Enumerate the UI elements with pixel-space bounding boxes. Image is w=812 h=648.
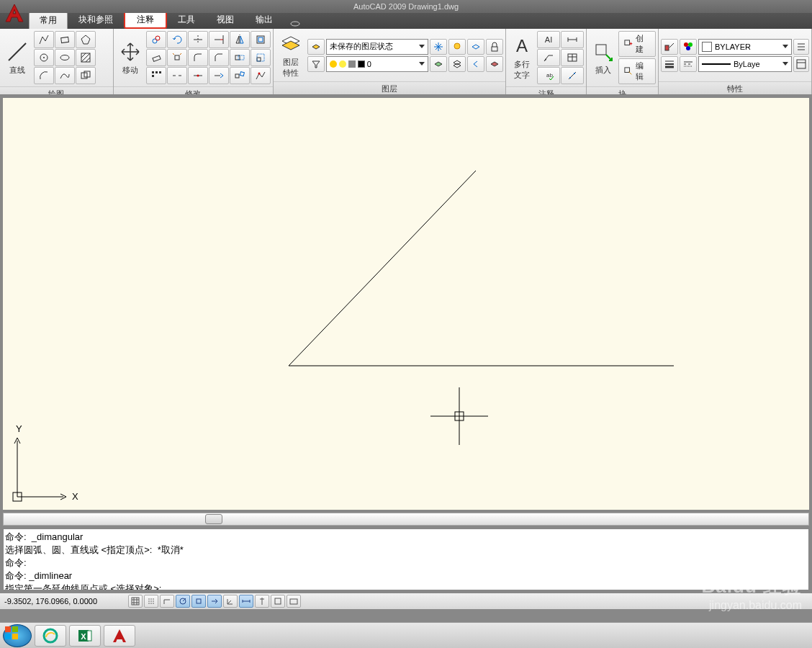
dyn-toggle[interactable]	[239, 595, 253, 608]
svg-point-0	[291, 22, 299, 26]
fillet-button[interactable]	[188, 49, 208, 66]
polyline-button[interactable]	[34, 31, 54, 48]
polygon-button[interactable]	[76, 31, 96, 48]
lineweight-button[interactable]	[661, 56, 678, 72]
scrollbar-thumb[interactable]	[205, 514, 222, 524]
svg-text:X: X	[81, 632, 86, 641]
layer-match-button[interactable]	[448, 56, 466, 72]
qat-redo-icon[interactable]	[101, 1, 114, 12]
qat-undo-icon[interactable]	[86, 1, 99, 12]
trim-button[interactable]	[188, 31, 208, 48]
layer-dropdown[interactable]: 0	[326, 56, 428, 72]
polar-toggle[interactable]	[176, 595, 190, 608]
stretch-button[interactable]	[230, 49, 250, 66]
command-window[interactable]: 命令: _dimangular 选择圆弧、圆、直线或 <指定顶点>: *取消* …	[3, 528, 809, 590]
drawing-canvas[interactable]: Y X	[3, 98, 809, 510]
layer-freeze-button[interactable]	[430, 39, 447, 55]
taskbar-excel-button[interactable]: X	[69, 625, 101, 647]
tab-home[interactable]: 常用	[29, 12, 68, 29]
layer-uniso-button[interactable]	[486, 56, 503, 72]
create-block-button[interactable]: 创建	[618, 31, 656, 57]
linear-dim-button[interactable]	[561, 31, 584, 48]
rotate-button[interactable]	[167, 31, 187, 48]
taskbar-ie-button[interactable]	[35, 625, 66, 647]
chamfer-button[interactable]	[209, 49, 229, 66]
tab-overflow-icon[interactable]	[288, 19, 302, 29]
svg-line-74	[289, 171, 476, 366]
layer-states-button[interactable]	[307, 39, 325, 55]
ribbon: 直线 绘图 移动	[0, 29, 812, 95]
properties-palette-button[interactable]	[680, 39, 697, 55]
layer-iso-button[interactable]	[467, 39, 484, 55]
hatch-button[interactable]	[76, 49, 96, 66]
erase-button[interactable]	[146, 49, 166, 66]
properties-dialog-button[interactable]	[793, 56, 809, 72]
break-button[interactable]	[167, 67, 187, 84]
ducs-toggle[interactable]	[223, 595, 238, 608]
tab-output[interactable]: 输出	[245, 11, 284, 29]
layer-properties-button[interactable]: 图层 特性	[276, 32, 306, 79]
scale-button[interactable]	[251, 49, 271, 66]
table-button[interactable]	[561, 49, 584, 66]
qat-print-icon[interactable]	[72, 1, 85, 12]
tab-view[interactable]: 视图	[206, 11, 245, 29]
line-button[interactable]: 直线	[2, 34, 32, 81]
tab-tools[interactable]: 工具	[167, 11, 206, 29]
list-button[interactable]	[793, 39, 809, 55]
arc-button[interactable]	[34, 67, 54, 84]
leader-button[interactable]	[537, 49, 560, 66]
grid-toggle[interactable]	[144, 595, 158, 608]
tab-annotate[interactable]: 注释	[124, 11, 167, 29]
edit-block-button[interactable]: 编辑	[618, 58, 656, 84]
layer-previous-button[interactable]	[467, 56, 484, 72]
edit-polyline-button[interactable]	[251, 67, 271, 84]
extend-button[interactable]	[209, 31, 229, 48]
array-button[interactable]	[146, 67, 166, 84]
qat-save-icon[interactable]	[58, 1, 71, 12]
spline-button[interactable]	[55, 67, 75, 84]
explode-button[interactable]	[167, 49, 187, 66]
chevron-down-icon	[419, 45, 425, 48]
copy-button[interactable]	[146, 31, 166, 48]
panel-layer: 图层 特性 未保存的图层状态	[274, 29, 506, 94]
autocad-logo-icon[interactable]	[3, 1, 26, 24]
layer-off-button[interactable]	[448, 39, 466, 55]
qp-toggle[interactable]	[271, 595, 285, 608]
linetype-button[interactable]	[680, 56, 697, 72]
align-button[interactable]	[230, 67, 250, 84]
linetype-dropdown[interactable]: ByLaye	[698, 56, 792, 72]
layer-filter-button[interactable]	[307, 56, 325, 72]
mtext-button[interactable]: A 多行 文字	[508, 34, 536, 81]
layer-make-current-button[interactable]	[430, 56, 447, 72]
match-properties-button[interactable]	[661, 39, 678, 55]
otrack-toggle[interactable]	[207, 595, 222, 608]
insert-block-button[interactable]: 插入	[589, 34, 617, 81]
singleline-text-button[interactable]: AI	[537, 31, 560, 48]
snap-toggle[interactable]	[128, 595, 143, 608]
color-dropdown[interactable]: BYLAYER	[698, 39, 792, 55]
horizontal-scrollbar[interactable]	[3, 513, 809, 526]
circle-button[interactable]	[34, 49, 54, 66]
model-button[interactable]	[287, 595, 301, 608]
rectangle-button[interactable]	[55, 31, 75, 48]
layer-lock-button[interactable]	[486, 39, 503, 55]
start-button[interactable]	[3, 624, 32, 647]
move-button[interactable]: 移动	[116, 34, 145, 81]
annotation-scale-button[interactable]	[561, 67, 584, 84]
mirror-button[interactable]	[230, 31, 250, 48]
qat-new-icon[interactable]	[29, 1, 42, 12]
qat-open-icon[interactable]	[43, 1, 56, 12]
offset-button[interactable]	[251, 31, 271, 48]
region-button[interactable]	[76, 67, 96, 84]
lengthen-button[interactable]	[209, 67, 229, 84]
layer-state-dropdown[interactable]: 未保存的图层状态	[326, 39, 428, 55]
panel-draw-title: 绘图	[0, 86, 113, 95]
taskbar-autocad-button[interactable]	[104, 625, 135, 647]
ortho-toggle[interactable]	[160, 595, 174, 608]
lwt-toggle[interactable]	[255, 595, 269, 608]
join-button[interactable]	[188, 67, 208, 84]
spellcheck-button[interactable]: ab	[537, 67, 560, 84]
osnap-toggle[interactable]	[191, 595, 206, 608]
ellipse-button[interactable]	[55, 49, 75, 66]
tab-blocks[interactable]: 块和参照	[68, 11, 124, 29]
